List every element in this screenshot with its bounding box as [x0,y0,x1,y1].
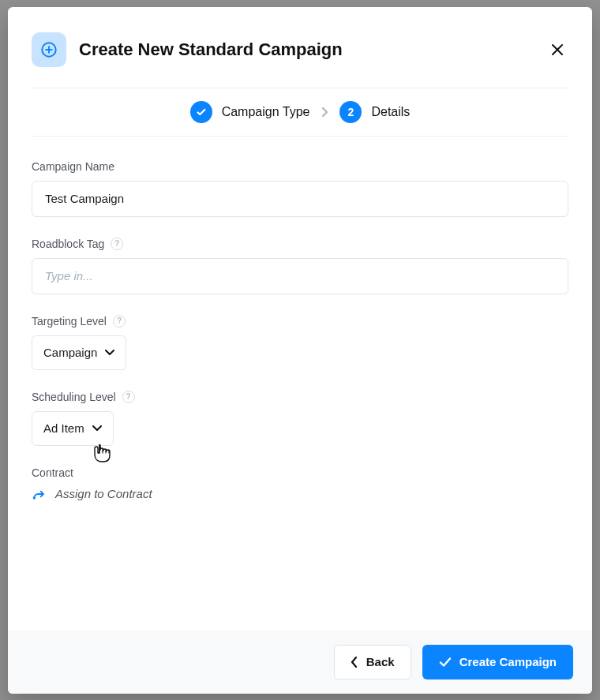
modal-footer: Back Create Campaign [8,631,592,694]
step-label: Campaign Type [222,105,310,119]
assign-to-contract-link[interactable]: Assign to Contract [32,487,152,501]
step-label: Details [371,105,410,119]
step-separator [321,107,328,117]
modal-body: Campaign Name Roadblock Tag ? Targeting … [8,137,592,631]
chevron-down-icon [105,350,114,356]
close-button[interactable] [546,39,568,61]
header-icon-container [32,32,66,67]
modal-backdrop: Create New Standard Campaign Campaign [0,0,600,700]
check-icon [439,657,452,668]
roadblock-tag-group: Roadblock Tag ? [32,238,568,294]
scheduling-level-label: Scheduling Level [32,391,116,403]
scheduling-level-group: Scheduling Level ? Ad Item [32,391,568,446]
chevron-down-icon [92,425,102,432]
create-campaign-button[interactable]: Create Campaign [422,645,573,679]
chevron-right-icon [321,107,328,117]
scheduling-level-value: Ad Item [43,421,84,435]
scheduling-level-select[interactable]: Ad Item [32,411,114,446]
create-campaign-modal: Create New Standard Campaign Campaign [8,7,592,694]
step-complete-indicator [190,101,212,123]
check-icon [196,107,207,118]
modal-header: Create New Standard Campaign [8,7,592,75]
create-campaign-button-label: Create Campaign [459,655,557,668]
help-icon[interactable]: ? [111,238,123,250]
contract-label: Contract [32,466,73,479]
help-icon[interactable]: ? [122,391,135,403]
modal-header-left: Create New Standard Campaign [32,32,343,67]
modal-title: Create New Standard Campaign [79,39,343,60]
step-campaign-type[interactable]: Campaign Type [190,101,310,123]
assign-arrow-icon [32,487,47,501]
cursor-pointer-icon [93,443,112,465]
targeting-level-select[interactable]: Campaign [32,335,126,370]
targeting-level-value: Campaign [43,346,97,359]
campaign-name-group: Campaign Name [32,160,568,217]
back-button-label: Back [366,655,395,668]
targeting-level-label: Targeting Level [32,315,107,328]
assign-to-contract-text: Assign to Contract [55,487,152,500]
step-current-indicator: 2 [339,101,362,123]
close-icon [551,43,564,56]
campaign-name-label: Campaign Name [32,160,114,173]
step-details[interactable]: 2 Details [339,101,410,123]
targeting-level-group: Targeting Level ? Campaign [32,315,568,370]
svg-point-1 [33,496,36,499]
help-icon[interactable]: ? [113,315,126,328]
plus-circle-icon [40,41,58,58]
campaign-name-input[interactable] [32,181,568,217]
contract-group: Contract Assign to Contract [32,466,568,504]
chevron-left-icon [351,657,358,668]
roadblock-tag-label: Roadblock Tag [32,238,104,250]
stepper: Campaign Type 2 Details [32,88,568,136]
roadblock-tag-input[interactable] [32,258,568,294]
back-button[interactable]: Back [334,645,411,679]
stepper-section: Campaign Type 2 Details [8,75,592,137]
